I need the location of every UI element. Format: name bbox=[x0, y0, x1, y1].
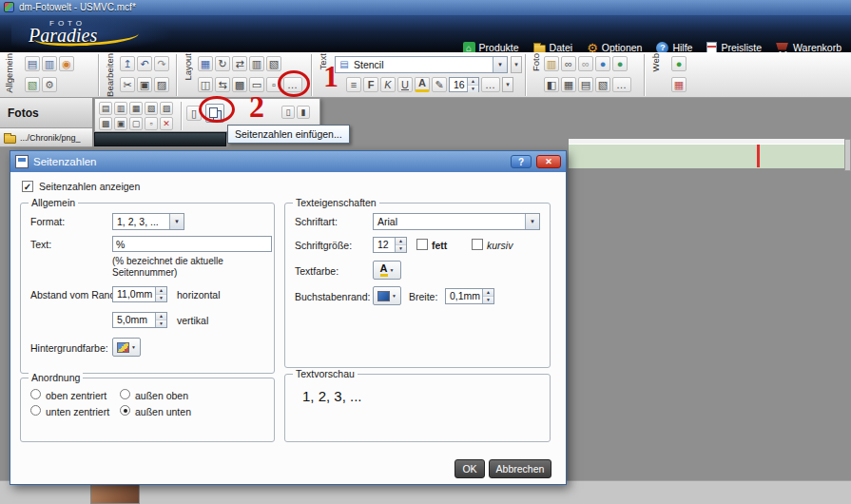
list-style-icon[interactable]: ≡ bbox=[346, 77, 361, 92]
add-page-icon[interactable]: ▧ bbox=[266, 56, 281, 71]
text-extra-dropdown[interactable]: ▾ bbox=[502, 77, 513, 92]
crop-icon[interactable]: ▧ bbox=[595, 77, 610, 92]
pages-icon[interactable]: ▥ bbox=[249, 56, 264, 71]
save-as-icon[interactable]: ▥ bbox=[42, 56, 57, 71]
pos-bottom-left-icon[interactable]: ▩ bbox=[99, 117, 112, 130]
layers-icon[interactable]: ▩ bbox=[232, 77, 247, 92]
globe-green-icon[interactable]: ● bbox=[612, 56, 628, 71]
edit-text-icon[interactable]: ✎ bbox=[432, 77, 447, 92]
rotate-icon[interactable]: ↻ bbox=[215, 56, 230, 71]
paste-icon[interactable]: ▨ bbox=[154, 77, 169, 92]
save-icon[interactable]: ▤ bbox=[25, 56, 40, 71]
spin-down-icon[interactable]: ▼ bbox=[396, 245, 406, 252]
dialog-close-button[interactable]: ✕ bbox=[536, 155, 561, 168]
stencil-extra-dropdown[interactable]: ▾ bbox=[511, 56, 522, 73]
bold-checkbox[interactable] bbox=[416, 239, 428, 250]
spin-up-icon[interactable]: ▲ bbox=[483, 289, 493, 297]
cancel-button[interactable]: Abbrechen bbox=[489, 459, 551, 478]
radio-aussen-unten-label: außen unten bbox=[135, 406, 191, 417]
radio-oben-zentriert[interactable] bbox=[30, 389, 41, 399]
spin-down-icon[interactable]: ▼ bbox=[468, 86, 478, 92]
unlink-icon[interactable]: ∞ bbox=[578, 56, 593, 71]
text-color-button[interactable]: A ▼ bbox=[373, 261, 401, 280]
web-grid-icon[interactable]: ▦ bbox=[671, 77, 687, 92]
radio-aussen-oben[interactable] bbox=[120, 389, 130, 399]
italic-button[interactable]: K bbox=[380, 77, 396, 92]
font-color-button[interactable]: A bbox=[415, 77, 430, 92]
background-color-button[interactable]: ▼ bbox=[112, 338, 141, 357]
underline-button[interactable]: U bbox=[397, 77, 413, 92]
pos-bottom-center-icon[interactable]: ▣ bbox=[114, 117, 127, 130]
radio-unten-zentriert[interactable] bbox=[30, 405, 41, 416]
border-width-spinner[interactable]: 0,1mm ▲▼ bbox=[445, 288, 494, 304]
export-icon[interactable]: ↥ bbox=[120, 56, 135, 71]
pos-top-left-icon[interactable]: ▤ bbox=[99, 102, 112, 115]
font-size-spinner[interactable]: 12 ▲▼ bbox=[373, 237, 407, 253]
spin-up-icon[interactable]: ▲ bbox=[156, 313, 166, 320]
dropdown-arrow-icon[interactable]: ▼ bbox=[169, 214, 184, 229]
page-number-text-input[interactable] bbox=[112, 236, 272, 252]
foto-more-button[interactable]: … bbox=[612, 77, 631, 92]
vertical-scrollbar[interactable] bbox=[844, 139, 851, 171]
pos-right-icon[interactable]: ▨ bbox=[160, 102, 173, 115]
format-dropdown[interactable]: 1, 2, 3, ... ▼ bbox=[112, 213, 184, 230]
link-icon[interactable]: ∞ bbox=[561, 56, 576, 71]
align-icon[interactable]: ◫ bbox=[198, 77, 213, 92]
pos-top-center-icon[interactable]: ▥ bbox=[114, 102, 127, 115]
bold-button[interactable]: F bbox=[363, 77, 378, 92]
swap-pages-icon[interactable]: ⇄ bbox=[232, 56, 247, 71]
font-dropdown[interactable]: Arial ▼ bbox=[373, 213, 540, 230]
margin-vertical-spinner[interactable]: 5,0mm ▲▼ bbox=[112, 312, 167, 328]
pos-center-icon[interactable]: ▫ bbox=[145, 117, 158, 130]
dialog-help-button[interactable]: ? bbox=[511, 155, 532, 168]
spin-up-icon[interactable]: ▲ bbox=[468, 78, 478, 86]
cut-icon[interactable]: ✂ bbox=[120, 77, 135, 92]
margin-horizontal-spinner[interactable]: 11,0mm ▲▼ bbox=[112, 286, 167, 302]
text-more-button[interactable]: … bbox=[481, 77, 500, 92]
tab-foto[interactable]: Foto bbox=[529, 53, 544, 97]
copy-icon[interactable]: ▣ bbox=[137, 77, 152, 92]
tab-layout[interactable]: Layout bbox=[181, 53, 196, 97]
effects-icon[interactable]: ▦ bbox=[561, 77, 576, 92]
spin-up-icon[interactable]: ▲ bbox=[156, 287, 166, 295]
redo-icon[interactable]: ↷ bbox=[154, 56, 169, 71]
ok-button[interactable]: OK bbox=[455, 459, 485, 478]
spin-up-icon[interactable]: ▲ bbox=[396, 238, 406, 245]
spin-down-icon[interactable]: ▼ bbox=[156, 320, 166, 327]
settings-gear-icon[interactable]: ⚙ bbox=[42, 77, 57, 92]
pos-bottom-right-icon[interactable]: ▢ bbox=[129, 117, 143, 130]
add-folder-icon[interactable]: ▥ bbox=[544, 56, 559, 71]
delete-icon[interactable]: ✕ bbox=[160, 117, 173, 130]
letter-border-color-button[interactable]: ▼ bbox=[373, 286, 401, 305]
dropdown-arrow-icon[interactable]: ▼ bbox=[525, 214, 539, 229]
distribute-icon[interactable]: ⇆ bbox=[215, 77, 230, 92]
adjust-icon[interactable]: ◧ bbox=[544, 77, 559, 92]
frame-photo-icon[interactable]: ▤ bbox=[578, 77, 593, 92]
web-globe-icon[interactable]: ● bbox=[671, 56, 687, 71]
window-titlebar[interactable]: dm-Fotowelt - USMVC.mcf* bbox=[0, 0, 851, 15]
page-last-icon[interactable]: ▮ bbox=[297, 106, 310, 119]
stencil-combobox[interactable]: ▤ Stencil ▼ bbox=[335, 56, 508, 73]
dropdown-arrow-icon[interactable]: ▼ bbox=[493, 57, 507, 72]
pos-left-icon[interactable]: ▧ bbox=[145, 102, 158, 115]
font-size-spinner[interactable]: 16 ▲▼ bbox=[449, 77, 479, 92]
dialog-titlebar[interactable]: Seitenzahlen ? ✕ bbox=[10, 151, 566, 172]
image-icon[interactable]: ▧ bbox=[25, 77, 40, 92]
pos-top-right-icon[interactable]: ▦ bbox=[129, 102, 143, 115]
tab-web[interactable]: Web bbox=[648, 53, 664, 97]
folder-path-bar[interactable]: .../Chronik/png_ bbox=[0, 128, 92, 147]
show-page-numbers-checkbox[interactable]: ✓ bbox=[22, 181, 33, 192]
radio-aussen-unten[interactable] bbox=[120, 405, 130, 416]
spin-down-icon[interactable]: ▼ bbox=[483, 297, 493, 303]
page-first-icon[interactable]: ▯ bbox=[281, 106, 295, 119]
tab-bearbeiten[interactable]: Bearbeiten bbox=[103, 53, 118, 97]
undo-icon[interactable]: ↶ bbox=[137, 56, 152, 71]
photo-person-icon[interactable]: ◉ bbox=[59, 56, 74, 71]
spin-down-icon[interactable]: ▼ bbox=[156, 295, 166, 301]
album-page[interactable] bbox=[569, 144, 844, 168]
globe-icon[interactable]: ● bbox=[595, 56, 610, 71]
toolbar-separator bbox=[311, 54, 312, 96]
grid-icon[interactable]: ▦ bbox=[198, 56, 213, 71]
italic-checkbox[interactable] bbox=[472, 239, 483, 250]
tab-allgemein[interactable]: Allgemein bbox=[2, 53, 17, 97]
